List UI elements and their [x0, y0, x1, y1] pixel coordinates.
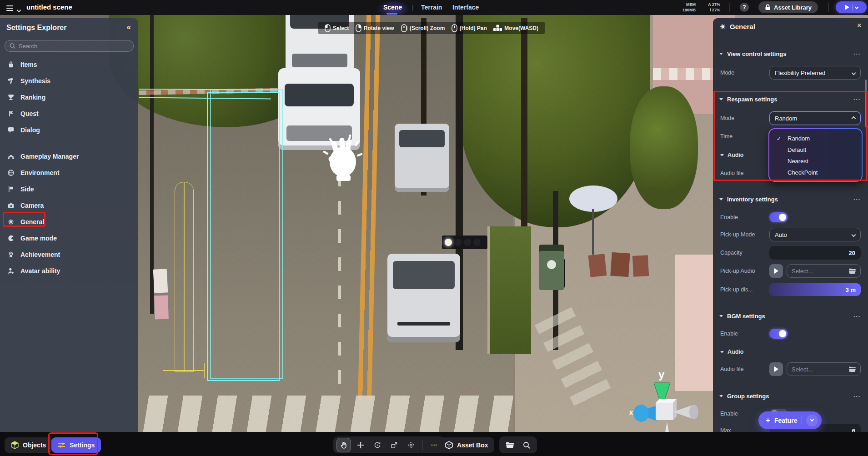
settings-button[interactable]: Settings — [51, 437, 101, 453]
sidebar-item-avatar-ability[interactable]: Avatar ability — [0, 263, 138, 279]
scene-lamp-pole — [150, 0, 154, 314]
scene-grass — [487, 226, 531, 354]
section-menu-button[interactable]: ··· — [853, 196, 861, 203]
section-respawn[interactable]: Respawn settings ··· — [713, 94, 868, 105]
sidebar-item-ranking[interactable]: Ranking — [0, 89, 138, 105]
asset-box-button[interactable]: Asset Box — [439, 437, 494, 453]
ranking-icon — [7, 94, 15, 101]
dropdown-option-random[interactable]: ✓ Random — [769, 133, 862, 144]
sidebar-item-gameplay-manager[interactable]: Gameplay Manager — [0, 148, 138, 165]
title-chevron-icon[interactable] — [17, 5, 20, 14]
play-icon — [844, 5, 849, 10]
scene-bus-sign — [539, 245, 564, 290]
inventory-enable-toggle[interactable] — [769, 212, 788, 222]
sidebar-item-game-mode[interactable]: Game mode — [0, 230, 138, 246]
sidebar-search[interactable] — [5, 40, 134, 52]
selection-wireframe-box — [210, 89, 283, 379]
section-inventory[interactable]: Inventory settings ··· — [713, 194, 868, 205]
dropdown-option-checkpoint[interactable]: CheckPoint — [769, 167, 862, 178]
respawn-mode-select[interactable]: Random — [769, 111, 861, 125]
capacity-input[interactable]: 20 — [769, 246, 861, 260]
yellow-wireframe-line — [184, 182, 185, 372]
topbar-divider — [729, 3, 730, 12]
respawn-audio-subsection[interactable]: Audio — [720, 152, 743, 158]
objects-button[interactable]: Objects — [5, 437, 52, 453]
section-menu-button[interactable]: ··· — [853, 393, 861, 400]
section-menu-button[interactable]: ··· — [853, 313, 861, 320]
yellow-wireframe-base — [163, 363, 205, 378]
settings-explorer-panel: Settings Explorer « Items Synthesis Rank… — [0, 18, 138, 432]
dropdown-option-default[interactable]: Default — [769, 144, 862, 155]
general-icon — [719, 23, 726, 30]
section-bgm[interactable]: BGM settings ··· — [713, 311, 868, 321]
scene-banner — [154, 295, 169, 319]
pickup-audio-label: Pick-up Audio — [720, 268, 755, 274]
mouse-right-icon — [356, 24, 361, 32]
rotate-tool-button[interactable] — [371, 438, 384, 452]
move-tool-button[interactable] — [354, 438, 367, 452]
bgm-enable-toggle[interactable] — [769, 329, 788, 339]
folder-button[interactable] — [503, 438, 517, 452]
tab-interface[interactable]: Interface — [452, 4, 479, 11]
pickup-distance-slider[interactable]: 3 m — [769, 283, 861, 296]
bgm-audio-play-button[interactable] — [769, 362, 783, 376]
section-menu-button[interactable]: ··· — [853, 50, 861, 57]
bgm-audio-subsection[interactable]: Audio — [720, 349, 743, 355]
sidebar-item-general[interactable]: General — [0, 214, 138, 230]
quest-icon — [7, 110, 15, 117]
hint-move: Move(WASD) — [493, 25, 538, 31]
sidebar-item-camera[interactable]: Camera — [0, 197, 138, 214]
section-group[interactable]: Group settings ··· — [713, 391, 868, 401]
sidebar-item-achievement[interactable]: Achievement — [0, 246, 138, 263]
bgm-audio-file-select[interactable]: Select... — [787, 362, 861, 376]
pickup-distance-label: Pick-up dis... — [720, 286, 753, 293]
panel-scrollbar[interactable] — [865, 80, 867, 127]
mouse-middle-icon — [452, 24, 457, 32]
scene-umbrella-pole — [592, 209, 594, 255]
pickup-mode-select[interactable]: Auto — [769, 228, 861, 241]
plus-icon: + — [766, 416, 770, 425]
collapse-sidebar-button[interactable]: « — [127, 23, 131, 32]
items-icon — [7, 61, 15, 68]
tab-scene[interactable]: Scene — [383, 4, 402, 11]
view-control-mode-select[interactable]: Flexibility Preferred — [769, 66, 861, 80]
search-button[interactable] — [520, 438, 533, 452]
main-menu-button[interactable] — [6, 4, 13, 12]
scene-trunk — [521, 18, 527, 246]
mem-label: MEM — [665, 2, 696, 7]
sidebar-item-items[interactable]: Items — [0, 56, 138, 73]
yellow-wireframe-line — [163, 370, 205, 371]
sidebar-item-quest[interactable]: Quest — [0, 105, 138, 122]
sidebar-item-side[interactable]: Side — [0, 181, 138, 197]
asset-library-button[interactable]: Asset Library — [758, 1, 818, 13]
gizmo-space-button[interactable] — [404, 438, 418, 452]
play-button[interactable] — [836, 1, 867, 13]
glove-cursor — [318, 133, 367, 184]
panel-title: General — [730, 23, 755, 30]
sidebar-item-synthesis[interactable]: Synthesis — [0, 73, 138, 89]
sidebar-item-dialog[interactable]: Dialog — [0, 122, 138, 138]
close-panel-button[interactable]: × — [857, 21, 862, 30]
search-input[interactable] — [19, 43, 129, 50]
sidebar-item-environment[interactable]: Environment — [0, 165, 138, 181]
scene-signal-pole — [456, 0, 463, 350]
help-button[interactable]: ? — [740, 3, 749, 12]
mem-value: 190MB — [665, 7, 696, 13]
scale-tool-button[interactable] — [387, 438, 401, 452]
pan-tool-button[interactable] — [337, 438, 351, 452]
active-tab-underline — [386, 13, 397, 15]
pickup-audio-play-button[interactable] — [769, 264, 783, 278]
lock-icon — [765, 4, 771, 10]
tab-terrain[interactable]: Terrain — [421, 4, 442, 11]
section-menu-button[interactable]: ··· — [853, 96, 861, 103]
pickup-audio-file-select[interactable]: Select... — [787, 264, 861, 278]
dropdown-option-nearest[interactable]: Nearest — [769, 155, 862, 167]
feature-options-button[interactable] — [806, 415, 818, 426]
feature-button[interactable]: + Feature — [758, 411, 822, 429]
pickup-mode-label: Pick-up Mode — [720, 231, 755, 238]
gizmo-y-label: y — [658, 368, 665, 381]
play-options-chevron-icon — [855, 5, 858, 9]
section-view-control[interactable]: View control settings ··· — [713, 48, 868, 59]
scene-lane-dashes — [338, 173, 341, 391]
group-enable-label: Enable — [720, 411, 738, 417]
